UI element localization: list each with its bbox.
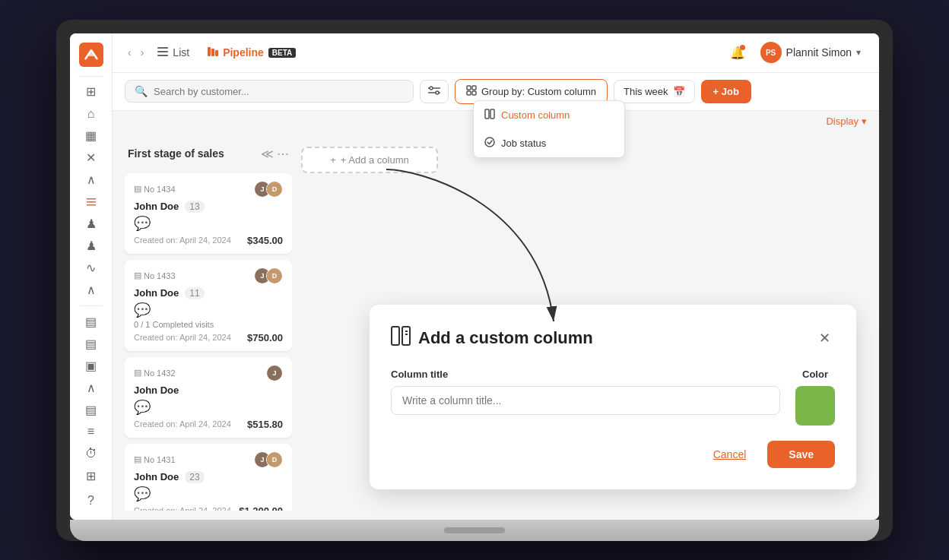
date-label: This week: [624, 86, 668, 97]
sidebar: ⊞ ⌂ ▦ ✕ ∧ ♟ ♟ ∿ ∧ ▤ ▤: [70, 33, 113, 520]
column-actions[interactable]: ≪ ⋯: [261, 147, 289, 161]
notification-bell[interactable]: 🔔: [727, 42, 748, 63]
sidebar-icon-team[interactable]: ♟: [78, 214, 105, 233]
topbar-nav: ‹ › List: [125, 42, 303, 64]
save-button[interactable]: Save: [767, 441, 835, 468]
custom-column-modal: Add a custom column ✕ Column title Color: [370, 305, 856, 489]
search-icon: 🔍: [135, 85, 148, 97]
modal-fields: Column title Color: [391, 369, 835, 426]
sidebar-icon-collapse[interactable]: ∧: [78, 170, 105, 189]
svg-point-23: [485, 138, 494, 147]
dropdown-custom-column[interactable]: Custom column: [474, 101, 624, 129]
card-number: ▤ No 1434: [134, 184, 176, 194]
svg-rect-3: [87, 204, 96, 206]
card-count: 11: [185, 287, 204, 299]
sidebar-icon-analytics[interactable]: ≡: [78, 422, 105, 441]
card-footer: Created on: April 24, 2024 $750.00: [134, 332, 283, 343]
card-name-row: John Doe 11: [134, 287, 283, 300]
kanban-card[interactable]: ▤ No 1434 J D John Doe: [125, 173, 292, 254]
column-header: First stage of sales ≪ ⋯: [125, 141, 292, 167]
user-initials: PS: [766, 49, 776, 57]
display-button[interactable]: Display ▾: [826, 115, 867, 127]
nav-back-arrow[interactable]: ‹: [125, 43, 135, 62]
sidebar-icon-up[interactable]: ∧: [78, 280, 105, 299]
sidebar-icon-settings[interactable]: ✕: [78, 148, 105, 167]
card-avatars: J D: [254, 267, 283, 284]
kanban-card[interactable]: ▤ No 1431 J D John Doe: [125, 444, 292, 511]
card-header: ▤ No 1433 J D: [134, 267, 283, 284]
topbar-right: 🔔 PS Plannit Simon ▾: [727, 39, 867, 66]
nav-pipeline-item[interactable]: Pipeline BETA: [200, 42, 303, 64]
filter-button[interactable]: [420, 80, 449, 103]
sidebar-icon-list[interactable]: [78, 192, 105, 211]
sidebar-icon-chart[interactable]: ∿: [78, 258, 105, 277]
display-label: Display: [826, 115, 859, 127]
svg-rect-5: [157, 51, 168, 52]
card-header: ▤ No 1431 J D: [134, 451, 283, 468]
svg-rect-7: [208, 47, 211, 56]
modal-title-text: Add a custom column: [418, 328, 593, 348]
avatar-2: D: [266, 181, 283, 198]
svg-rect-6: [157, 55, 168, 56]
cancel-button[interactable]: Cancel: [701, 442, 759, 467]
svg-rect-4: [157, 47, 168, 49]
add-col-plus-icon: +: [330, 154, 336, 166]
sidebar-icon-chevron[interactable]: ∧: [78, 378, 105, 397]
modal-body: Column title Color Cancel Save: [391, 369, 835, 468]
kanban-card[interactable]: ▤ No 1432 J John Doe: [125, 357, 292, 438]
card-customer-name: John Doe: [134, 384, 179, 396]
topbar: ‹ › List: [113, 33, 879, 73]
add-job-button[interactable]: + Job: [701, 80, 751, 103]
columns-icon: [484, 109, 495, 122]
filter-icon: [428, 85, 440, 98]
card-name-row: John Doe 23: [134, 471, 283, 484]
nav-forward-arrow[interactable]: ›: [138, 43, 148, 62]
laptop-base: [70, 520, 879, 541]
modal-close-button[interactable]: ✕: [814, 327, 835, 349]
sidebar-icon-square[interactable]: ⊞: [78, 467, 105, 486]
collapse-icon[interactable]: ≪: [261, 147, 274, 161]
card-date: Created on: April 24, 2024: [134, 506, 231, 511]
dropdown-job-status[interactable]: Job status: [474, 129, 624, 157]
user-info[interactable]: PS Plannit Simon ▾: [754, 39, 867, 66]
svg-rect-21: [485, 109, 489, 119]
card-customer-name: John Doe: [134, 201, 179, 212]
calendar-icon: 📅: [673, 86, 685, 97]
kanban-cards: ▤ No 1434 J D John Doe: [125, 173, 292, 511]
sidebar-icon-doc1[interactable]: ▤: [78, 312, 105, 331]
card-customer-name: John Doe: [134, 471, 179, 482]
kanban-column-1: First stage of sales ≪ ⋯: [125, 141, 292, 511]
avatar-2: D: [266, 451, 283, 468]
sidebar-icon-clock[interactable]: ⏱: [78, 445, 105, 464]
svg-rect-8: [211, 49, 214, 56]
sidebar-icon-doc2[interactable]: ▤: [78, 334, 105, 353]
color-swatch[interactable]: [795, 386, 835, 426]
sidebar-icon-dashboard[interactable]: ⊞: [78, 82, 105, 101]
svg-rect-18: [467, 91, 471, 95]
svg-rect-19: [472, 91, 476, 95]
svg-rect-16: [467, 86, 471, 90]
add-column-inner[interactable]: + + Add a column: [301, 147, 438, 173]
nav-list-item[interactable]: List: [150, 42, 197, 64]
sidebar-icon-help[interactable]: ?: [78, 492, 105, 511]
logo[interactable]: [79, 43, 103, 70]
status-icon: [484, 137, 495, 150]
search-container[interactable]: 🔍: [125, 80, 414, 103]
sidebar-icon-home[interactable]: ⌂: [78, 104, 105, 123]
card-number: ▤ No 1433: [134, 271, 176, 280]
card-header: ▤ No 1432 J: [134, 365, 283, 381]
date-button[interactable]: This week 📅: [614, 80, 695, 103]
sidebar-icon-grid[interactable]: ▦: [78, 126, 105, 145]
card-amount: $345.00: [247, 235, 283, 246]
search-input[interactable]: [154, 86, 404, 97]
pipeline-label: Pipeline: [223, 46, 264, 59]
card-date: Created on: April 24, 2024: [134, 333, 231, 342]
more-icon[interactable]: ⋯: [277, 147, 289, 161]
svg-point-10: [430, 87, 433, 90]
sidebar-icon-users[interactable]: ♟: [78, 236, 105, 255]
column-title-input[interactable]: [391, 386, 780, 415]
sidebar-icon-folder[interactable]: ▣: [78, 356, 105, 375]
card-name-row: John Doe 13: [134, 201, 283, 214]
kanban-card[interactable]: ▤ No 1433 J D John Doe: [125, 260, 292, 351]
sidebar-icon-doc3[interactable]: ▤: [78, 400, 105, 419]
